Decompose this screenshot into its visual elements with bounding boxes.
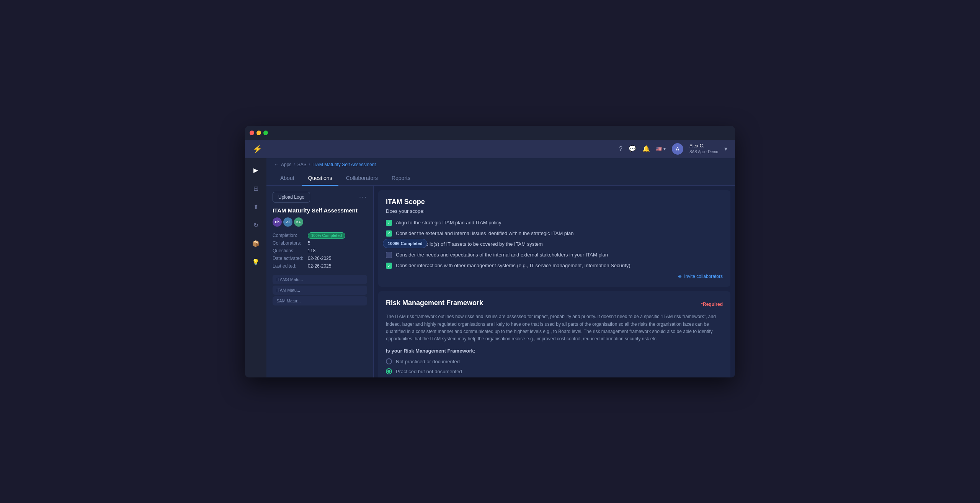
checkbox-item: ✓ Consider interactions with other manag… bbox=[386, 262, 723, 269]
checkbox-1[interactable]: ✓ bbox=[386, 220, 392, 226]
breadcrumb-sep1: / bbox=[294, 162, 295, 167]
checkbox-label-2: Consider the external and internal issue… bbox=[396, 230, 573, 237]
radio-not-practiced[interactable] bbox=[386, 358, 392, 364]
chat-icon[interactable]: 💬 bbox=[629, 145, 636, 152]
date-activated-label: Date activated: bbox=[273, 256, 303, 261]
sidebar: ▶ ⊞ ⬆ ↻ 📦 💡 bbox=[245, 158, 266, 377]
upload-logo-button[interactable]: Upload Logo bbox=[273, 192, 310, 203]
app-logo: ⚡ bbox=[253, 144, 262, 154]
last-edited-value: 02-26-2025 bbox=[308, 263, 367, 269]
tabs-bar: About Questions Collaborators Reports bbox=[266, 171, 735, 186]
tab-about[interactable]: About bbox=[274, 171, 301, 186]
collaborators-label: Collaborators: bbox=[273, 240, 303, 246]
required-badge: *Required bbox=[701, 302, 723, 307]
sidebar-item-upload[interactable]: ⬆ bbox=[248, 199, 263, 215]
avatar[interactable]: A bbox=[672, 143, 683, 155]
breadcrumb-sas[interactable]: SAS bbox=[297, 162, 307, 167]
checkbox-3[interactable] bbox=[386, 241, 392, 247]
radio-item: Not practiced or documented bbox=[386, 358, 723, 364]
checkbox-item: Consider the needs and expectations of t… bbox=[386, 252, 723, 258]
user-name: Alex C. bbox=[689, 143, 718, 149]
checkbox-list: ✓ Align to the strategic ITAM plan and I… bbox=[386, 219, 723, 269]
top-nav-right: ? 💬 🔔 🇺🇸 ▾ A Alex C. SAS App · Demo ▾ bbox=[619, 143, 727, 155]
itam-scope-subtitle: Does your scope: bbox=[386, 208, 723, 214]
radio-label-2: Practiced but not documented bbox=[396, 369, 462, 374]
bell-icon[interactable]: 🔔 bbox=[642, 145, 650, 152]
checkbox-label-5: Consider interactions with other managem… bbox=[396, 262, 630, 269]
checkbox-item: Define a portfolio(s) of IT assets to be… bbox=[386, 241, 723, 248]
sidebar-item-idea[interactable]: 💡 bbox=[248, 255, 263, 270]
collaborators-value: 5 bbox=[308, 240, 367, 246]
list-item[interactable]: ITAM Matu... bbox=[273, 286, 367, 295]
list-item[interactable]: SAM Matur... bbox=[273, 296, 367, 305]
checkbox-label-1: Align to the strategic ITAM plan and ITA… bbox=[396, 219, 501, 226]
collab-avatar-kf: KF bbox=[294, 217, 303, 227]
radio-list: Not practiced or documented Practiced bu… bbox=[386, 358, 723, 374]
risk-title: Risk Management Framework bbox=[386, 299, 483, 307]
checkbox-item: ✓ Consider the external and internal iss… bbox=[386, 230, 723, 237]
check-icon: ✓ bbox=[387, 231, 390, 235]
radio-item: Practiced but not documented bbox=[386, 368, 723, 374]
main-content: ▶ ⊞ ⬆ ↻ 📦 💡 ← Apps / SAS / bbox=[245, 158, 735, 377]
risk-header: Risk Management Framework *Required bbox=[386, 299, 723, 309]
questions-value: 118 bbox=[308, 248, 367, 253]
radio-label-1: Not practiced or documented bbox=[396, 359, 460, 364]
left-panel: Upload Logo ··· ITAM Maturity Self Asses… bbox=[266, 186, 374, 377]
content-split: Upload Logo ··· ITAM Maturity Self Asses… bbox=[266, 186, 735, 377]
radio-inner bbox=[387, 370, 390, 373]
date-activated-value: 02-26-2025 bbox=[308, 256, 367, 261]
minimize-button[interactable] bbox=[256, 131, 261, 135]
invite-collaborators-link[interactable]: ⊕ Invite collaborators bbox=[386, 274, 723, 279]
user-info: Alex C. SAS App · Demo bbox=[689, 143, 718, 154]
check-icon: ✓ bbox=[387, 220, 390, 225]
radio-practiced[interactable] bbox=[386, 368, 392, 374]
browser-titlebar bbox=[245, 126, 735, 140]
checkbox-5[interactable]: ✓ bbox=[386, 263, 392, 269]
close-button[interactable] bbox=[250, 131, 254, 135]
risk-question: Is your Risk Management Framework: bbox=[386, 348, 723, 354]
language-selector[interactable]: 🇺🇸 ▾ bbox=[656, 146, 666, 152]
collab-avatar-ch: Ch bbox=[273, 217, 282, 227]
sidebar-item-grid[interactable]: ⊞ bbox=[248, 181, 263, 196]
traffic-lights bbox=[250, 131, 268, 135]
help-icon[interactable]: ? bbox=[619, 145, 622, 152]
right-panel: ITAM Scope Does your scope: ✓ Align to t… bbox=[374, 186, 735, 377]
app-layout: ⚡ ? 💬 🔔 🇺🇸 ▾ A Alex C. SAS App · Demo bbox=[245, 140, 735, 377]
checkbox-4[interactable] bbox=[386, 252, 392, 258]
sidebar-list: ITAMS Matu... ITAM Matu... SAM Matur... bbox=[273, 275, 367, 305]
sidebar-item-refresh[interactable]: ↻ bbox=[248, 218, 263, 233]
completion-label: Completion: bbox=[273, 233, 303, 238]
check-icon: ✓ bbox=[387, 264, 390, 268]
page-area: ← Apps / SAS / ITAM Maturity Self Assess… bbox=[266, 158, 735, 377]
meta-grid: Completion: 100% Completed Collaborators… bbox=[273, 233, 367, 269]
checkbox-label-3: Define a portfolio(s) of IT assets to be… bbox=[396, 241, 543, 248]
breadcrumb-sep2: / bbox=[309, 162, 310, 167]
itam-scope-card: ITAM Scope Does your scope: ✓ Align to t… bbox=[378, 190, 730, 287]
tab-questions[interactable]: Questions bbox=[302, 171, 338, 186]
risk-description: The ITAM risk framework outlines how ris… bbox=[386, 313, 723, 343]
list-item[interactable]: ITAMS Matu... bbox=[273, 275, 367, 284]
fullscreen-button[interactable] bbox=[263, 131, 268, 135]
completion-badge: 100% Completed bbox=[308, 233, 367, 238]
panel-header: Upload Logo ··· bbox=[273, 192, 367, 203]
back-arrow[interactable]: ← bbox=[274, 162, 279, 167]
collaborator-avatars: Ch Al KF bbox=[273, 217, 367, 227]
more-options-icon[interactable]: ··· bbox=[359, 193, 367, 201]
checkbox-label-4: Consider the needs and expectations of t… bbox=[396, 252, 608, 258]
checkbox-item: ✓ Align to the strategic ITAM plan and I… bbox=[386, 219, 723, 226]
breadcrumb-apps[interactable]: Apps bbox=[281, 162, 291, 167]
questions-label: Questions: bbox=[273, 248, 303, 253]
tab-collaborators[interactable]: Collaborators bbox=[340, 171, 384, 186]
sidebar-item-package[interactable]: 📦 bbox=[248, 236, 263, 252]
browser-window: ⚡ ? 💬 🔔 🇺🇸 ▾ A Alex C. SAS App · Demo bbox=[245, 126, 735, 377]
checkbox-2[interactable]: ✓ bbox=[386, 230, 392, 237]
breadcrumb-current: ITAM Maturity Self Assessment bbox=[312, 162, 376, 167]
top-nav-left: ⚡ bbox=[253, 144, 262, 154]
last-edited-label: Last edited: bbox=[273, 263, 303, 269]
sidebar-item-collapse[interactable]: ▶ bbox=[248, 163, 263, 178]
risk-framework-card: Risk Management Framework *Required The … bbox=[378, 291, 730, 377]
itam-scope-title: ITAM Scope bbox=[386, 198, 723, 206]
user-chevron-icon[interactable]: ▾ bbox=[724, 145, 727, 152]
invite-text: Invite collaborators bbox=[684, 274, 723, 279]
tab-reports[interactable]: Reports bbox=[385, 171, 416, 186]
